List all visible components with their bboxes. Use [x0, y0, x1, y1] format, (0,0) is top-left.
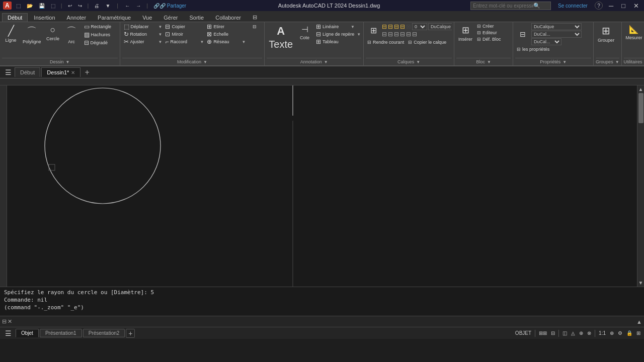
copier-calque-button[interactable]: ⊟Copier le calque [407, 39, 448, 45]
inserer-button[interactable]: ⊞ Insérer [456, 23, 474, 43]
view-tab-pres1[interactable]: Présentation1 [40, 329, 82, 337]
tab-annoter[interactable]: Annoter [61, 13, 92, 22]
epaisseur-select[interactable]: DuCal... [531, 38, 561, 45]
annotation-dropdown-icon[interactable]: ▼ [324, 60, 328, 64]
dessin-dropdown-icon[interactable]: ▼ [66, 60, 70, 64]
rotation-arrow[interactable]: ▼ [158, 32, 163, 37]
tab-insertion[interactable]: Insertion [28, 13, 60, 22]
ajuster-button[interactable]: ✂Ajuster [122, 38, 157, 45]
raccord-arrow[interactable]: ▼ [199, 40, 204, 44]
groupes-dropdown-icon[interactable]: ▼ [615, 60, 619, 64]
miroir-button[interactable]: ⊡Miroir [164, 31, 199, 38]
rectangle-button[interactable]: ▭Rectangle [83, 23, 118, 30]
ligne-button[interactable]: ╱ Ligne [2, 23, 20, 44]
search-input[interactable] [473, 3, 533, 9]
scroll-up-button[interactable]: ▲ [638, 86, 643, 92]
def-bloc-button[interactable]: ⊟Déf. Bloc [475, 36, 511, 42]
qa-undo[interactable]: ↩ [66, 3, 73, 9]
rotation-button[interactable]: ↻Rotation [122, 31, 157, 38]
lineaire-arrow[interactable]: ▼ [350, 25, 355, 29]
bloc-dropdown-icon[interactable]: ▼ [487, 60, 491, 64]
lineaire-button[interactable]: ⊞Linéaire [314, 23, 350, 30]
scroll-down-button[interactable]: ▼ [638, 280, 643, 286]
search-box[interactable]: 🔍 [470, 2, 551, 10]
calques-props-button[interactable]: ⊞ [366, 25, 381, 36]
vertical-scrollbar[interactable]: ▲ ▼ [637, 85, 644, 287]
echelle-button[interactable]: ⊠Echelle [205, 31, 240, 38]
polyligne-button[interactable]: ⌒ Polyligne [21, 23, 43, 46]
ajuster-arrow[interactable]: ▼ [158, 40, 163, 44]
raccord-button[interactable]: ⌐Raccord [164, 38, 199, 45]
canvas-area[interactable]: Y ✕ [7, 85, 637, 287]
copier-button[interactable]: ⊟Copier [164, 23, 199, 30]
qa-back[interactable]: ← [123, 3, 131, 9]
reverse-button[interactable]: ⊟ [247, 23, 262, 30]
cmd-expand-button[interactable]: ▲ [636, 319, 642, 325]
close-button[interactable]: ✕ [631, 2, 641, 10]
fullscreen-button[interactable]: ⊞ [635, 328, 642, 338]
ortho-button[interactable]: ◫ [561, 328, 569, 338]
maximize-button[interactable]: □ [619, 2, 627, 10]
etirer-button[interactable]: ⊞Etirer [205, 23, 240, 30]
help-button[interactable]: ? [595, 2, 603, 10]
couleur-select[interactable]: DuCalque [531, 23, 582, 30]
grid-button[interactable]: ⊞⊞ [537, 328, 548, 338]
creer-bloc-button[interactable]: ⊟Créer [475, 23, 511, 29]
minimize-button[interactable]: ─ [607, 2, 615, 10]
gradient-button[interactable]: ⊟Dégradé [83, 39, 118, 46]
ligne-repere-button[interactable]: ⊟Ligne de repère [314, 31, 356, 38]
command-input[interactable] [14, 318, 634, 325]
workspace-button[interactable]: ⚙ [616, 328, 624, 338]
hachure-button[interactable]: ▨Hachures [83, 31, 118, 38]
connect-button[interactable]: Se connecter [555, 3, 591, 9]
grouper-button[interactable]: ⊞ Grouper [596, 23, 616, 44]
scroll-handle[interactable] [638, 93, 643, 123]
tab-collaborer[interactable]: Collaborer [210, 13, 247, 22]
qa-open[interactable]: 📂 [25, 3, 34, 9]
tab-gerer[interactable]: Gérer [158, 13, 183, 22]
qa-redo[interactable]: ↪ [76, 3, 84, 9]
mesurer-button[interactable]: 📐 Mesurer [624, 23, 644, 42]
add-view-button[interactable]: + [126, 329, 135, 338]
qa-new[interactable]: ⬚ [15, 3, 22, 9]
qa-more[interactable]: ▼ [104, 3, 112, 9]
model-space-button[interactable]: OBJET [514, 328, 533, 338]
annotation-vis-button[interactable]: ⊕ [608, 328, 615, 338]
proprietes-dropdown-icon[interactable]: ▼ [562, 60, 567, 64]
osnap-button[interactable]: ⊕ [578, 328, 585, 338]
lineaire-select[interactable]: DuCal... [531, 31, 582, 38]
qa-save[interactable]: 💾 [37, 3, 46, 9]
qa-share[interactable]: 🔗 🔗 Partager [152, 3, 188, 9]
view-tab-objet[interactable]: Objet [16, 329, 39, 337]
deplacer-button[interactable]: ⬚Déplacer [122, 23, 157, 30]
copier-props-button[interactable]: ⊟ [515, 29, 530, 39]
cmd-recent-button[interactable]: ✕ [8, 318, 12, 325]
ligne-repere-arrow[interactable]: ▼ [356, 32, 361, 37]
view-tab-pres2[interactable]: Présentation2 [83, 329, 125, 337]
qa-saveas[interactable]: ⬚ [49, 3, 57, 9]
arc-button[interactable]: ⌒ Arc [63, 23, 80, 46]
calque-color-select[interactable]: 0 [412, 23, 427, 30]
qa-plot[interactable]: 🖨 [93, 3, 101, 9]
calques-dropdown-icon[interactable]: ▼ [416, 60, 420, 64]
menu-button[interactable]: ☰ [2, 68, 15, 76]
cote-button[interactable]: ⊣ Cote [296, 23, 313, 42]
snap-button[interactable]: ⊟ [549, 328, 556, 338]
3dosnap-button[interactable]: ⊗ [586, 328, 593, 338]
new-tab-button[interactable]: + [82, 68, 92, 77]
doc-tab-debut[interactable]: Début [15, 67, 40, 77]
tab-sortie[interactable]: Sortie [184, 13, 209, 22]
tab-debut[interactable]: Début [2, 13, 28, 22]
rendre-courant-button[interactable]: ⊟Rendre courant [366, 39, 406, 45]
lock-button[interactable]: 🔒 [625, 328, 634, 338]
cmd-menu-button[interactable]: ⊟ [2, 318, 7, 325]
polar-button[interactable]: ◬ [570, 328, 577, 338]
doc-tab-dessin1-close[interactable]: ✕ [71, 70, 75, 75]
reseau-button[interactable]: ⊕Réseau [205, 38, 240, 45]
cercle-button[interactable]: ○ Cercle [44, 23, 62, 43]
tab-vue[interactable]: Vue [137, 13, 157, 22]
tab-extra[interactable]: ⊟ [247, 13, 263, 22]
modification-dropdown-icon[interactable]: ▼ [203, 60, 207, 64]
tableau-button[interactable]: ⊞Tableau [314, 38, 361, 45]
reseau-arrow[interactable]: ▼ [241, 40, 246, 44]
